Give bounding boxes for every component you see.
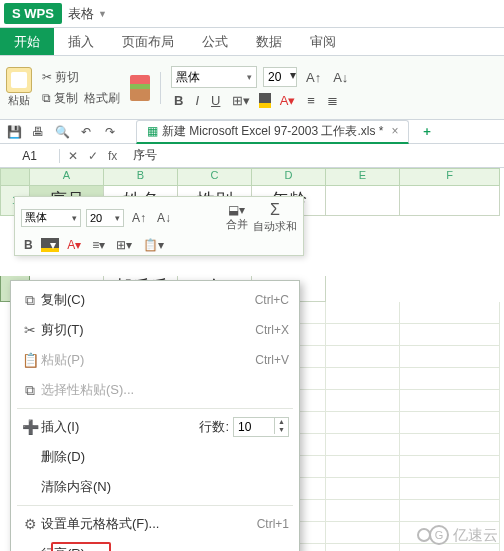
mini-fill-color-button[interactable]: ▾ [41, 238, 60, 252]
format-painter-button[interactable]: 格式刷 [84, 90, 120, 107]
ribbon-tab-pagelayout[interactable]: 页面布局 [108, 28, 188, 55]
preview-icon[interactable]: 🔍 [54, 124, 70, 140]
font-color-button[interactable]: A▾ [277, 92, 299, 109]
quick-access-toolbar: 💾 🖶 🔍 ↶ ↷ ▦ 新建 Microsoft Excel 97-2003 工… [0, 120, 504, 144]
ribbon-tabs: 开始 插入 页面布局 公式 数据 审阅 [0, 28, 504, 56]
copy-button[interactable]: ⧉ 复制 [42, 90, 78, 107]
chevron-down-icon[interactable]: ▾ [242, 67, 256, 87]
mini-font-name-input[interactable] [22, 210, 68, 226]
italic-button[interactable]: I [192, 92, 202, 109]
ribbon-tab-insert[interactable]: 插入 [54, 28, 108, 55]
col-header-A[interactable]: A [30, 168, 104, 186]
align-button[interactable]: ≡ [304, 92, 318, 109]
ribbon-tab-review[interactable]: 审阅 [296, 28, 350, 55]
col-header-B[interactable]: B [104, 168, 178, 186]
app-title: 表格 [68, 5, 94, 23]
chevron-down-icon[interactable]: ▾ [111, 210, 123, 226]
fx-icon[interactable]: fx [108, 149, 117, 163]
select-all-button[interactable] [0, 168, 30, 186]
print-icon[interactable]: 🖶 [30, 124, 46, 140]
close-tab-icon[interactable]: × [391, 124, 398, 138]
save-icon[interactable]: 💾 [6, 124, 22, 140]
menu-format-cells[interactable]: ⚙ 设置单元格格式(F)... Ctrl+1 [11, 509, 299, 539]
insert-rows-label: 行数: [199, 418, 229, 436]
col-header-C[interactable]: C [178, 168, 252, 186]
format-cells-icon: ⚙ [19, 516, 41, 532]
increase-font-icon[interactable]: A↑ [303, 69, 324, 86]
menu-insert[interactable]: ➕ 插入(I) 行数: ▲ ▼ [11, 412, 299, 442]
app-menu-drop-icon[interactable]: ▼ [98, 9, 107, 19]
context-menu: ⧉ 复制(C) Ctrl+C ✂ 剪切(T) Ctrl+X 📋 粘贴(P) Ct… [10, 280, 300, 551]
decrease-font-icon[interactable]: A↓ [154, 211, 174, 225]
align-v-button[interactable]: ≣ [324, 92, 341, 109]
menu-delete[interactable]: 删除(D) [11, 442, 299, 472]
menu-cut-shortcut: Ctrl+X [255, 323, 289, 337]
ribbon-tab-formula[interactable]: 公式 [188, 28, 242, 55]
document-tab[interactable]: ▦ 新建 Microsoft Excel 97-2003 工作表.xls * × [136, 120, 409, 144]
mini-align-button[interactable]: ≡▾ [89, 238, 108, 252]
menu-cut-label: 剪切(T) [41, 321, 255, 339]
paste-special-icon: ⧉ [19, 382, 41, 399]
cell-E1[interactable] [326, 186, 400, 216]
fill-color-button[interactable] [259, 93, 270, 108]
ribbon-tab-data[interactable]: 数据 [242, 28, 296, 55]
new-tab-icon[interactable]: ＋ [421, 123, 433, 140]
menu-insert-label: 插入(I) [41, 418, 199, 436]
merge-icon[interactable]: ⬓▾ [225, 203, 248, 217]
undo-icon[interactable]: ↶ [78, 124, 94, 140]
mini-font-color-button[interactable]: A▾ [64, 238, 84, 252]
col-header-E[interactable]: E [326, 168, 400, 186]
mini-font-size-input[interactable] [87, 210, 111, 226]
insert-rows-field[interactable]: 行数: ▲ ▼ [199, 417, 289, 437]
scissors-icon: ✂ [42, 70, 52, 84]
menu-delete-label: 删除(D) [41, 448, 289, 466]
col-header-D[interactable]: D [252, 168, 326, 186]
mini-borders-button[interactable]: ⊞▾ [113, 238, 135, 252]
font-size-input[interactable] [264, 68, 290, 86]
menu-separator [17, 408, 293, 409]
borders-button[interactable]: ⊞▾ [229, 92, 253, 109]
col-header-F[interactable]: F [400, 168, 500, 186]
title-bar: S WPS 表格 ▼ [0, 0, 504, 28]
insert-rows-input[interactable] [234, 418, 274, 436]
paste-label: 粘贴 [8, 93, 30, 108]
menu-paste-shortcut: Ctrl+V [255, 353, 289, 367]
ribbon-tab-home[interactable]: 开始 [0, 28, 54, 55]
fx-cancel-icon[interactable]: ✕ [68, 149, 78, 163]
font-size-select[interactable]: ▾ [263, 67, 297, 87]
increase-font-icon[interactable]: A↑ [129, 211, 149, 225]
mini-font-size[interactable]: ▾ [86, 209, 124, 227]
mini-bold-button[interactable]: B [21, 238, 36, 252]
mini-format-button[interactable]: 📋▾ [140, 238, 167, 252]
spin-up-icon[interactable]: ▲ [274, 418, 288, 426]
bold-button[interactable]: B [171, 92, 186, 109]
decrease-font-icon[interactable]: A↓ [330, 69, 351, 86]
formula-bar: A1 ✕ ✓ fx 序号 [0, 144, 504, 168]
cut-button[interactable]: ✂ 剪切 [42, 69, 79, 86]
font-name-input[interactable] [172, 67, 242, 87]
spin-down-icon[interactable]: ▼ [274, 426, 288, 434]
paste-button[interactable]: 粘贴 [6, 67, 32, 108]
menu-copy[interactable]: ⧉ 复制(C) Ctrl+C [11, 285, 299, 315]
menu-row-height[interactable]: 行高(R)... [11, 539, 299, 551]
menu-clear-label: 清除内容(N) [41, 478, 289, 496]
underline-button[interactable]: U [208, 92, 223, 109]
menu-clear[interactable]: 清除内容(N) [11, 472, 299, 502]
formula-value[interactable]: 序号 [133, 147, 157, 164]
chevron-down-icon[interactable]: ▾ [68, 210, 80, 226]
copy-icon: ⧉ [19, 292, 41, 309]
format-painter-icon[interactable] [130, 75, 150, 101]
watermark: G 亿速云 [417, 525, 498, 545]
fx-confirm-icon[interactable]: ✓ [88, 149, 98, 163]
menu-paste-special: ⧉ 选择性粘贴(S)... [11, 375, 299, 405]
cell-F1[interactable] [400, 186, 500, 216]
menu-paste-special-label: 选择性粘贴(S)... [41, 381, 289, 399]
mini-font-name[interactable]: ▾ [21, 209, 81, 227]
chevron-down-icon[interactable]: ▾ [290, 68, 296, 86]
font-name-select[interactable]: ▾ [171, 66, 257, 88]
autosum-icon[interactable]: Σ [270, 201, 280, 219]
menu-cut[interactable]: ✂ 剪切(T) Ctrl+X [11, 315, 299, 345]
name-box[interactable]: A1 [0, 149, 60, 163]
watermark-text: 亿速云 [453, 526, 498, 545]
redo-icon[interactable]: ↷ [102, 124, 118, 140]
